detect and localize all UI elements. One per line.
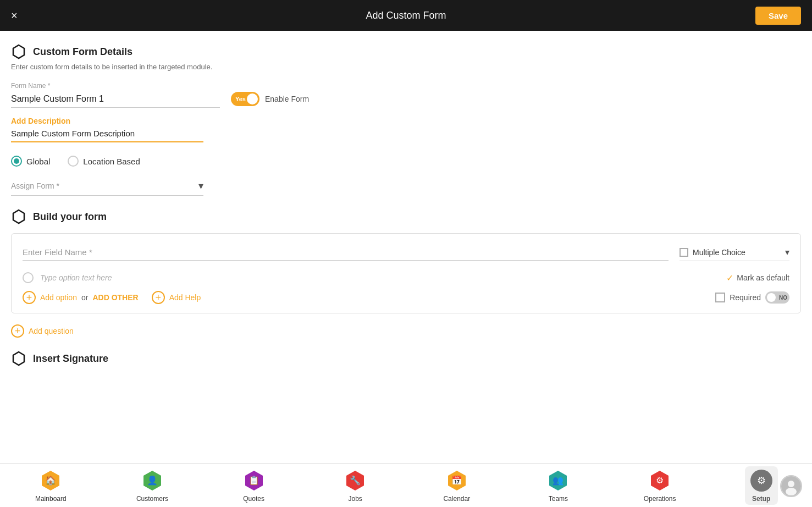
- quotes-icon: 📋: [242, 469, 266, 493]
- operations-label: Operations: [644, 495, 676, 503]
- field-type-label: Multiple Choice: [693, 248, 781, 257]
- check-icon: ✓: [726, 273, 733, 283]
- required-checkbox[interactable]: [715, 293, 725, 302]
- enable-form-toggle[interactable]: Yes: [231, 92, 259, 106]
- page-title: Add Custom Form: [366, 10, 446, 21]
- mainboard-label: Mainboard: [35, 495, 67, 503]
- or-text: or: [81, 293, 88, 302]
- required-toggle[interactable]: [765, 291, 789, 304]
- calendar-icon: 📅: [445, 469, 469, 493]
- radio-location-label: Location Based: [83, 157, 140, 166]
- field-name-input[interactable]: [23, 245, 669, 261]
- hex-icon-details: [11, 44, 26, 59]
- calendar-label: Calendar: [443, 495, 470, 503]
- top-header: × Add Custom Form Save: [0, 0, 812, 31]
- option-left: Type option text here: [23, 272, 112, 283]
- svg-marker-1: [13, 210, 24, 223]
- user-avatar[interactable]: [780, 475, 802, 497]
- svg-point-21: [786, 488, 797, 495]
- description-input[interactable]: [11, 126, 203, 142]
- nav-item-calendar[interactable]: 📅 Calendar: [440, 469, 473, 503]
- nav-item-setup[interactable]: ⚙ Setup: [745, 466, 778, 505]
- nav-item-operations[interactable]: ⚙ Operations: [643, 469, 676, 503]
- nav-item-mainboard[interactable]: 🏠 Mainboard: [34, 469, 67, 503]
- nav-item-teams[interactable]: 👥 Teams: [542, 469, 575, 503]
- dropdown-arrow-icon: ▾: [198, 180, 203, 192]
- svg-text:⚙: ⚙: [656, 476, 664, 485]
- section-title-details: Custom Form Details: [33, 46, 132, 58]
- add-option-label[interactable]: Add option: [40, 293, 77, 302]
- radio-global-circle: [11, 156, 22, 167]
- add-question-label[interactable]: Add question: [29, 327, 74, 335]
- svg-text:⚙: ⚙: [757, 475, 766, 486]
- add-options-left: + Add option or ADD OTHER + Add Help: [23, 291, 201, 304]
- setup-icon: ⚙: [749, 469, 774, 493]
- add-question-row[interactable]: + Add question: [11, 324, 801, 338]
- jobs-label: Jobs: [349, 495, 362, 503]
- add-help-label[interactable]: Add Help: [169, 293, 201, 302]
- hex-icon-build: [11, 209, 26, 224]
- assign-form-placeholder: Assign Form *: [11, 181, 198, 190]
- add-help-button[interactable]: +: [152, 291, 165, 304]
- build-form-section: Build your form Multiple Choice ▾ Type o…: [11, 209, 801, 338]
- field-name-type-row: Multiple Choice ▾: [23, 245, 789, 261]
- quotes-label: Quotes: [243, 495, 264, 503]
- svg-text:🔧: 🔧: [350, 475, 361, 486]
- radio-location-circle: [68, 156, 79, 167]
- custom-form-details-header: Custom Form Details: [11, 44, 801, 59]
- nav-item-customers[interactable]: 👤 Customers: [136, 469, 169, 503]
- checkbox-icon: [680, 248, 688, 257]
- radio-location-based[interactable]: Location Based: [68, 156, 140, 167]
- no-toggle-circle: [767, 293, 776, 302]
- jobs-icon: 🔧: [343, 469, 367, 493]
- mainboard-icon: 🏠: [38, 469, 63, 493]
- field-type-arrow-icon: ▾: [785, 247, 789, 257]
- section-subtitle: Enter custom form details to be inserted…: [11, 63, 801, 71]
- enable-form-label: Enable Form: [265, 95, 309, 103]
- add-option-required-row: + Add option or ADD OTHER + Add Help Req…: [23, 291, 789, 304]
- form-name-input[interactable]: [11, 92, 220, 108]
- add-question-button[interactable]: +: [11, 324, 24, 338]
- add-other-label[interactable]: ADD OTHER: [92, 293, 138, 302]
- build-form-title: Build your form: [33, 211, 107, 223]
- svg-marker-2: [13, 352, 24, 365]
- insert-signature-section: Insert Signature: [11, 351, 801, 366]
- hex-icon-signature: [11, 351, 26, 366]
- svg-text:📋: 📋: [248, 475, 259, 486]
- form-name-field: Form Name *: [11, 82, 220, 108]
- insert-signature-title: Insert Signature: [33, 353, 108, 365]
- mark-default-label[interactable]: Mark as default: [737, 273, 789, 282]
- radio-global[interactable]: Global: [11, 156, 50, 167]
- nav-item-jobs[interactable]: 🔧 Jobs: [339, 469, 372, 503]
- form-name-row: Form Name * Yes Enable Form: [11, 82, 801, 108]
- close-button[interactable]: ×: [11, 9, 18, 22]
- svg-marker-0: [13, 45, 24, 58]
- customers-icon: 👤: [140, 469, 164, 493]
- svg-text:📅: 📅: [451, 475, 462, 486]
- enable-form-field: Yes Enable Form: [231, 92, 309, 106]
- option-row: Type option text here ✓ Mark as default: [23, 272, 789, 283]
- radio-global-label: Global: [26, 157, 50, 166]
- svg-text:👤: 👤: [147, 475, 158, 486]
- save-button[interactable]: Save: [755, 7, 801, 25]
- teams-icon: 👥: [546, 469, 570, 493]
- description-section: Add Description: [11, 117, 801, 142]
- form-name-label: Form Name *: [11, 82, 220, 90]
- toggle-yes-label: Yes: [235, 96, 246, 102]
- svg-text:👥: 👥: [553, 475, 564, 486]
- option-radio-circle: [23, 272, 34, 283]
- form-builder-card: Multiple Choice ▾ Type option text here …: [11, 233, 801, 313]
- main-content: Custom Form Details Enter custom form de…: [0, 31, 812, 463]
- add-description-link[interactable]: Add Description: [11, 117, 801, 125]
- option-placeholder-text[interactable]: Type option text here: [40, 273, 112, 282]
- customers-label: Customers: [136, 495, 168, 503]
- add-option-button[interactable]: +: [23, 291, 36, 304]
- field-type-dropdown[interactable]: Multiple Choice ▾: [680, 245, 789, 261]
- assign-form-dropdown[interactable]: Assign Form * ▾: [11, 178, 203, 196]
- nav-item-quotes[interactable]: 📋 Quotes: [237, 469, 270, 503]
- build-form-header: Build your form: [11, 209, 801, 224]
- svg-point-20: [788, 481, 794, 487]
- required-label: Required: [730, 293, 761, 302]
- svg-text:🏠: 🏠: [45, 475, 56, 486]
- teams-label: Teams: [549, 495, 568, 503]
